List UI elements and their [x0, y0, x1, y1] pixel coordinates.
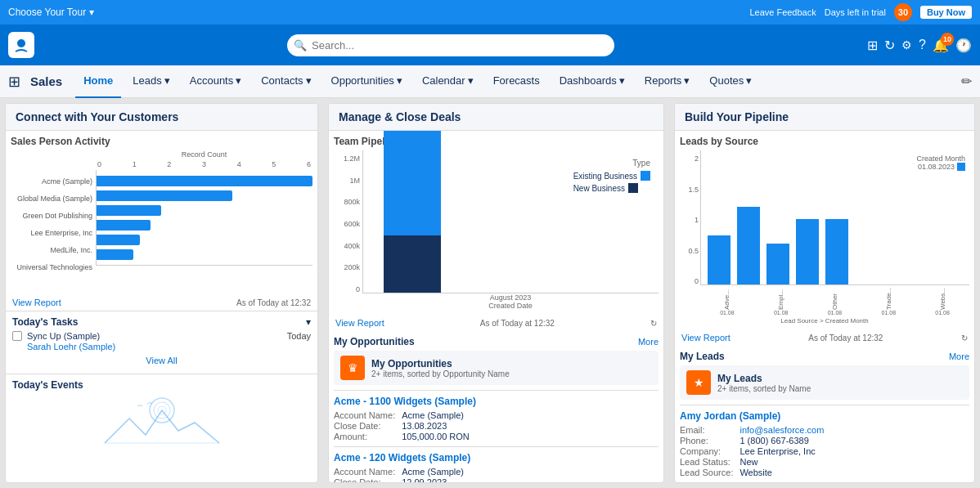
help-icon[interactable]: ? — [919, 38, 926, 52]
nav-calendar[interactable]: Calendar ▾ — [414, 65, 482, 98]
tick-1: 1 — [133, 160, 137, 168]
nav-dashboards[interactable]: Dashboards ▾ — [551, 65, 633, 98]
opp-card-1: Acme - 1100 Widgets (Sample) Account Nam… — [334, 390, 659, 446]
task-link-row: Sarah Loehr (Sample) — [12, 341, 311, 352]
py-label-4: 400k — [334, 242, 360, 250]
leads-x-label-1: Adve... 01.08 — [720, 287, 735, 316]
leads-more-link[interactable]: More — [949, 351, 969, 361]
left-view-report-link[interactable]: View Report — [12, 298, 61, 307]
bar-row-1 — [97, 173, 312, 188]
leads-chart-legend: Created Month 01.08.2023 — [916, 154, 965, 171]
apps-icon[interactable]: ⊞ — [8, 73, 20, 91]
notification-count: 10 — [941, 33, 954, 46]
refresh-chart-icon[interactable]: ↻ — [650, 319, 657, 328]
py-label-2: 800k — [334, 198, 360, 206]
pipeline-created-date-label: Created Date — [488, 302, 533, 310]
nav-opportunities[interactable]: Opportunities ▾ — [323, 65, 411, 98]
choose-tour-dropdown[interactable]: Choose Your Tour ▾ — [8, 7, 94, 18]
left-panel: Connect with Your Customers Sales Person… — [5, 103, 318, 483]
right-view-report-link[interactable]: View Report — [681, 333, 731, 342]
bar-4 — [97, 220, 151, 231]
chevron-down-icon: ▾ — [746, 74, 752, 87]
view-all-button[interactable]: View All — [12, 352, 311, 369]
left-panel-title: Connect with Your Customers — [6, 104, 317, 131]
ly-label-3: 0.5 — [680, 247, 699, 255]
nav-quotes[interactable]: Quotes ▾ — [701, 65, 760, 98]
py-label-3: 600k — [334, 220, 360, 228]
refresh-right-icon[interactable]: ↻ — [961, 334, 968, 342]
leads-x-label-3: Other 01.08 — [828, 287, 843, 316]
legend-existing: Existing Business — [573, 171, 650, 181]
app-logo — [8, 32, 34, 58]
leads-bar-4 — [796, 219, 819, 284]
search-bar[interactable]: 🔍 — [287, 34, 614, 56]
lead-company-label-1: Company: — [680, 446, 733, 456]
my-leads-banner: ★ My Leads 2+ items, sorted by Name — [680, 365, 969, 400]
nav-reports[interactable]: Reports ▾ — [636, 65, 699, 98]
company-label-6: Universal Technologies — [11, 263, 92, 271]
chevron-down-icon: ▾ — [619, 74, 625, 87]
leads-bar-5 — [825, 219, 848, 284]
search-input[interactable] — [287, 34, 614, 56]
chevron-down-icon: ▾ — [164, 74, 170, 87]
nav-contacts[interactable]: Contacts ▾ — [253, 65, 319, 98]
nav-accounts[interactable]: Accounts ▾ — [182, 65, 249, 98]
left-chart-timestamp: As of Today at 12:32 — [236, 298, 311, 307]
leads-x-label-5: Webs... 01.08 — [935, 287, 950, 316]
notifications-icon[interactable]: 🔔 10 — [933, 38, 949, 53]
nav-forecasts[interactable]: Forecasts — [485, 65, 548, 98]
ly-label-2: 1 — [680, 216, 699, 224]
leads-legend-color — [957, 163, 965, 171]
svg-point-0 — [17, 39, 25, 47]
bar-new-business — [384, 235, 441, 293]
leave-feedback-link[interactable]: Leave Feedback — [749, 7, 816, 17]
lead-source-label-1: Lead Source: — [680, 468, 733, 477]
left-chart-footer: View Report As of Today at 12:32 — [6, 294, 317, 311]
task-link-1[interactable]: Sarah Loehr (Sample) — [27, 342, 115, 351]
opp-account-1: Acme (Sample) — [402, 410, 659, 420]
ly-label-1: 1.5 — [680, 186, 699, 194]
tick-2: 2 — [167, 160, 171, 168]
nav-edit-icon[interactable]: ✏ — [961, 74, 972, 89]
tasks-dropdown-icon[interactable]: ▾ — [306, 316, 311, 328]
lead-name-1[interactable]: Amy Jordan (Sample) — [680, 410, 969, 422]
grid-icon[interactable]: ⊞ — [867, 38, 878, 53]
opp-name-1[interactable]: Acme - 1100 Widgets (Sample) — [334, 396, 659, 407]
task-checkbox-1[interactable] — [12, 331, 22, 341]
opps-banner-sub: 2+ items, sorted by Opportunity Name — [371, 369, 510, 378]
choose-tour-label: Choose Your Tour — [8, 7, 86, 18]
chevron-down-icon: ▾ — [306, 74, 312, 87]
leads-bar-col-5 — [825, 219, 848, 284]
opps-more-link[interactable]: More — [638, 337, 659, 347]
leads-banner-icon: ★ — [686, 370, 711, 395]
clock-icon[interactable]: 🕐 — [955, 38, 972, 53]
chart-x-label: Record Count — [96, 150, 312, 159]
tick-3: 3 — [202, 160, 206, 168]
events-illustration — [12, 394, 311, 454]
lead-email-1[interactable]: info@salesforce.com — [739, 425, 969, 435]
bar-3 — [97, 205, 161, 216]
py-label-5: 200k — [334, 263, 360, 271]
tick-0: 0 — [97, 160, 101, 168]
nav-home[interactable]: Home — [75, 65, 121, 98]
tick-4: 4 — [237, 160, 241, 168]
refresh-icon[interactable]: ↻ — [884, 38, 895, 53]
ly-label-4: 0 — [680, 277, 699, 285]
py-label-6: 0 — [334, 285, 360, 293]
lead-source-1: Website — [739, 468, 969, 477]
leads-created-month-label: Created Month — [916, 154, 965, 163]
opp-name-2[interactable]: Acme - 120 Widgets (Sample) — [334, 452, 659, 463]
opps-section-title: My Opportunities — [334, 336, 415, 347]
days-left-label: Days left in trial — [825, 7, 886, 17]
middle-view-report-link[interactable]: View Report — [335, 318, 384, 328]
opp-label-amount-1: Amount: — [334, 432, 395, 441]
buy-now-button[interactable]: Buy Now — [920, 6, 972, 19]
settings-icon[interactable]: ⚙ — [901, 38, 912, 51]
trial-days-badge: 30 — [894, 3, 912, 21]
tick-6: 6 — [307, 160, 311, 168]
nav-leads[interactable]: Leads ▾ — [124, 65, 178, 98]
leads-bar-1 — [708, 235, 731, 284]
bar-5 — [97, 235, 140, 245]
bar-row-6 — [97, 247, 312, 262]
bar-existing-business — [384, 131, 441, 235]
